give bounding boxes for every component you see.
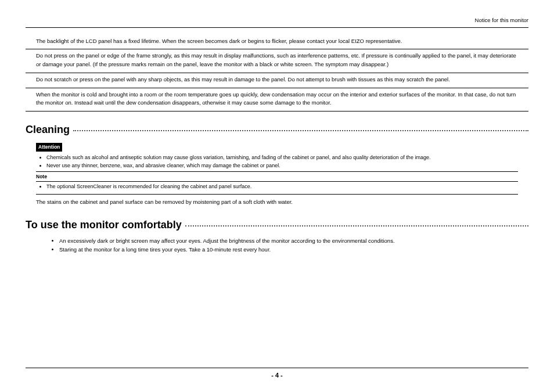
section-title-text: To use the monitor comfortably (26, 217, 182, 233)
comfort-list: An excessively dark or bright screen may… (26, 237, 528, 254)
comfort-item: An excessively dark or bright screen may… (59, 237, 528, 246)
section-title-cleaning: Cleaning (26, 122, 528, 138)
attention-label: Attention (36, 143, 62, 152)
dotted-leader (73, 130, 528, 131)
footer-rule (26, 368, 528, 368)
header-notice: Notice for this monitor (26, 16, 528, 25)
paragraph-condensation: When the monitor is cold and brought int… (26, 88, 528, 112)
section-title-comfort: To use the monitor comfortably (26, 217, 528, 233)
dotted-leader (185, 225, 528, 226)
cleaning-body-text: The stains on the cabinet and panel surf… (36, 195, 518, 207)
attention-block: Attention Chemicals such as alcohol and … (36, 142, 518, 195)
note-label: Note (36, 172, 518, 182)
attention-list: Chemicals such as alcohol and antiseptic… (36, 154, 518, 170)
note-item: The optional ScreenCleaner is recommende… (46, 183, 518, 191)
attention-item: Never use any thinner, benzene, wax, and… (46, 162, 518, 170)
paragraph-backlight: The backlight of the LCD panel has a fix… (26, 35, 528, 50)
section-title-text: Cleaning (26, 122, 70, 138)
page-footer: - 4 - (26, 368, 528, 380)
comfort-item: Staring at the monitor for a long time t… (59, 246, 528, 254)
attention-item: Chemicals such as alcohol and antiseptic… (46, 154, 518, 162)
paragraph-press: Do not press on the panel or edge of the… (26, 49, 528, 73)
top-rule (26, 27, 528, 28)
cleaning-inset: Attention Chemicals such as alcohol and … (36, 142, 518, 207)
note-list: The optional ScreenCleaner is recommende… (36, 183, 518, 191)
page-number: - 4 - (26, 371, 528, 380)
paragraph-scratch: Do not scratch or press on the panel wit… (26, 73, 528, 88)
